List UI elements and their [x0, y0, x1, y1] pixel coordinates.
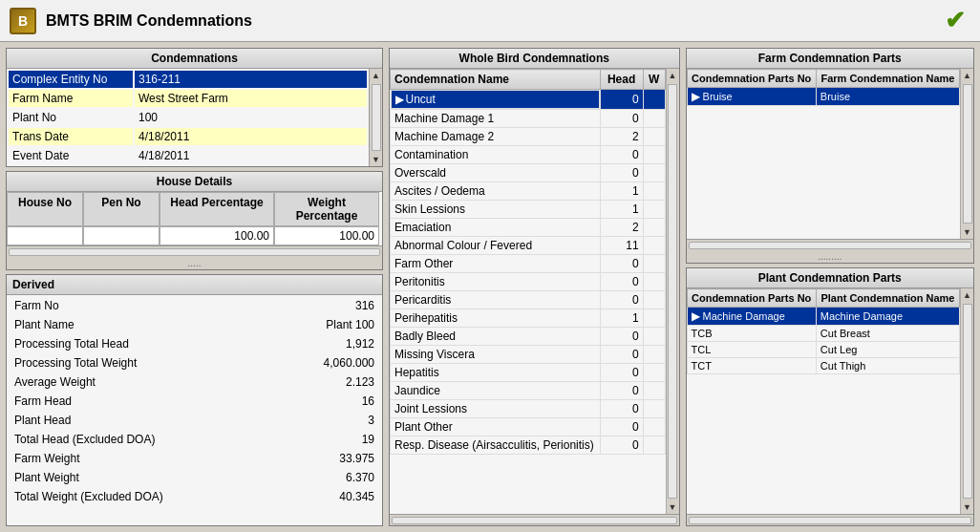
wb-missing-w: [643, 346, 665, 364]
pen-no-cell[interactable]: [83, 226, 160, 245]
wb-row-overscald[interactable]: Overscald 0: [391, 164, 666, 182]
house-no-cell[interactable]: [7, 226, 83, 245]
derived-plant-head-value: 3: [276, 412, 380, 429]
plant-value: 100: [135, 109, 367, 126]
wb-row-joint[interactable]: Joint Lessions 0: [391, 400, 666, 418]
wb-row-ascites[interactable]: Ascites / Oedema 1: [391, 182, 666, 201]
fc-hscroll[interactable]: [687, 239, 974, 250]
wb-resp-name: Resp. Disease (Airsacculitis, Perionitis…: [391, 436, 601, 455]
wb-emaciation-w: [643, 219, 665, 237]
head-pct-cell[interactable]: 100.00: [160, 226, 274, 245]
wb-skin-w: [643, 201, 665, 219]
pc-row-tcl[interactable]: TCL Cut Leg: [687, 342, 960, 358]
wb-plant-other-head: 0: [600, 418, 643, 436]
condemnation-row-plant[interactable]: Plant No 100: [9, 109, 367, 126]
wb-row-uncut[interactable]: ▶ Uncut 0: [391, 90, 666, 110]
house-no-header: House No: [7, 192, 83, 226]
derived-total-head-value: 19: [276, 431, 380, 448]
wb-scroll-up[interactable]: ▲: [667, 69, 679, 82]
plant-condemnation-panel: Plant Condemnation Parts Condemnation Pa…: [686, 267, 975, 526]
wb-missing-name: Missing Viscera: [391, 346, 601, 364]
house-hscroll[interactable]: [7, 245, 382, 257]
condemnations-scrollbar[interactable]: ▲ ▼: [369, 69, 382, 166]
fc-row-bruise[interactable]: ▶ Bruise Bruise: [687, 88, 960, 106]
wb-row-resp[interactable]: Resp. Disease (Airsacculitis, Perionitis…: [391, 436, 666, 455]
wb-row-machine2[interactable]: Machine Damage 2 2: [391, 128, 666, 146]
wb-row-abnormal[interactable]: Abnormal Colour / Fevered 11: [391, 237, 666, 255]
wb-row-plant-other[interactable]: Plant Other 0: [391, 418, 666, 436]
wb-uncut-head: 0: [600, 90, 643, 110]
wb-col-head: Head: [600, 70, 643, 90]
wb-machine1-name: Machine Damage 1: [391, 110, 601, 128]
scroll-track[interactable]: [372, 84, 381, 151]
wb-jaundice-w: [643, 382, 665, 400]
wb-uncut-w: [643, 90, 665, 110]
wb-row-contamination[interactable]: Contamination 0: [391, 146, 666, 164]
fc-col-no: Condemnation Parts No: [687, 70, 816, 88]
pc-scrollbar[interactable]: ▲ ▼: [960, 288, 973, 514]
confirm-button[interactable]: ✔: [940, 6, 970, 36]
weight-pct-cell[interactable]: 100.00: [274, 226, 379, 245]
fc-scroll-track[interactable]: [963, 84, 972, 223]
scroll-down-arrow[interactable]: ▼: [370, 153, 382, 166]
wb-farm-other-name: Farm Other: [391, 255, 601, 273]
derived-plant-weight-value: 6.370: [276, 469, 380, 486]
wb-row-peritonitis[interactable]: Peritonitis 0: [391, 273, 666, 291]
wb-plant-other-w: [643, 418, 665, 436]
wb-scroll-down[interactable]: ▼: [667, 500, 679, 514]
fc-col-name: Farm Condemnation Name: [816, 70, 959, 88]
derived-plant-head: Plant Head 3: [9, 412, 380, 429]
house-details-header: House Details: [157, 175, 232, 188]
wb-hepatitis-name: Hepatitis: [391, 364, 601, 382]
wb-row-missing[interactable]: Missing Viscera 0: [391, 346, 666, 364]
wb-hscroll-track[interactable]: [392, 517, 677, 524]
wb-abnormal-name: Abnormal Colour / Fevered: [391, 237, 601, 255]
pc-row-tct[interactable]: TCT Cut Thigh: [687, 358, 960, 374]
fc-scrollbar[interactable]: ▲ ▼: [960, 69, 973, 239]
scroll-up-arrow[interactable]: ▲: [370, 69, 382, 82]
pc-scroll-down[interactable]: ▼: [961, 500, 973, 514]
farm-condemnation-panel: Farm Condemnation Parts Condemnation Par…: [686, 48, 975, 264]
pc-scroll-up[interactable]: ▲: [961, 288, 973, 302]
wb-row-farm-other[interactable]: Farm Other 0: [391, 255, 666, 273]
derived-farm-head-label: Farm Head: [9, 393, 274, 410]
wb-row-perihepatitis[interactable]: Perihepatitis 1: [391, 309, 666, 328]
pc-hscroll-track[interactable]: [689, 517, 972, 524]
derived-avg-weight-label: Average Weight: [9, 373, 274, 391]
whole-bird-header: Whole Bird Condemnations: [459, 52, 609, 65]
pc-row-machine[interactable]: ▶ Machine Damage Machine Damage: [687, 308, 960, 326]
house-hscroll-track[interactable]: [9, 248, 380, 256]
wb-row-skin[interactable]: Skin Lessions 1: [391, 201, 666, 219]
condemnation-row-trans[interactable]: Trans Date 4/18/2011: [9, 128, 367, 145]
wb-row-emaciation[interactable]: Emaciation 2: [391, 219, 666, 237]
wb-joint-head: 0: [600, 400, 643, 418]
wb-abnormal-w: [643, 237, 665, 255]
pc-tct-no: TCT: [687, 358, 816, 374]
wb-scrollbar[interactable]: ▲ ▼: [666, 69, 679, 514]
pc-row-tcb[interactable]: TCB Cut Breast: [687, 326, 960, 342]
fc-scroll-down[interactable]: ▼: [961, 225, 973, 239]
wb-hscroll[interactable]: [390, 514, 679, 525]
fc-hscroll-track[interactable]: [689, 242, 972, 249]
weight-pct-header: Weight Percentage: [274, 192, 379, 226]
whole-bird-panel: Whole Bird Condemnations Condemnation Na…: [389, 48, 680, 526]
derived-avg-weight: Average Weight 2.123: [9, 373, 380, 391]
wb-row-pericarditis[interactable]: Pericarditis 0: [391, 291, 666, 309]
pc-hscroll[interactable]: [687, 514, 974, 525]
pc-scroll-track[interactable]: [963, 304, 972, 499]
wb-row-jaundice[interactable]: Jaundice 0: [391, 382, 666, 400]
condemnation-row-farm[interactable]: Farm Name West Street Farm: [9, 90, 367, 107]
wb-row-hepatitis[interactable]: Hepatitis 0: [391, 364, 666, 382]
wb-row-badly[interactable]: Badly Bleed 0: [391, 328, 666, 346]
wb-scroll-track[interactable]: [668, 84, 677, 499]
app-title: BMTS BRIM Condemnations: [46, 12, 940, 30]
wb-jaundice-name: Jaundice: [391, 382, 601, 400]
wb-row-machine1[interactable]: Machine Damage 1 0: [391, 110, 666, 128]
wb-emaciation-head: 2: [600, 219, 643, 237]
condemnation-row-event[interactable]: Event Date 4/18/2011: [9, 147, 367, 164]
derived-plant-name-value: Plant 100: [276, 316, 380, 333]
condemnation-row-complex[interactable]: Complex Entity No 316-211: [9, 71, 367, 88]
fc-scroll-up[interactable]: ▲: [961, 69, 973, 82]
wb-abnormal-head: 11: [600, 237, 643, 255]
head-pct-header: Head Percentage: [160, 192, 274, 226]
